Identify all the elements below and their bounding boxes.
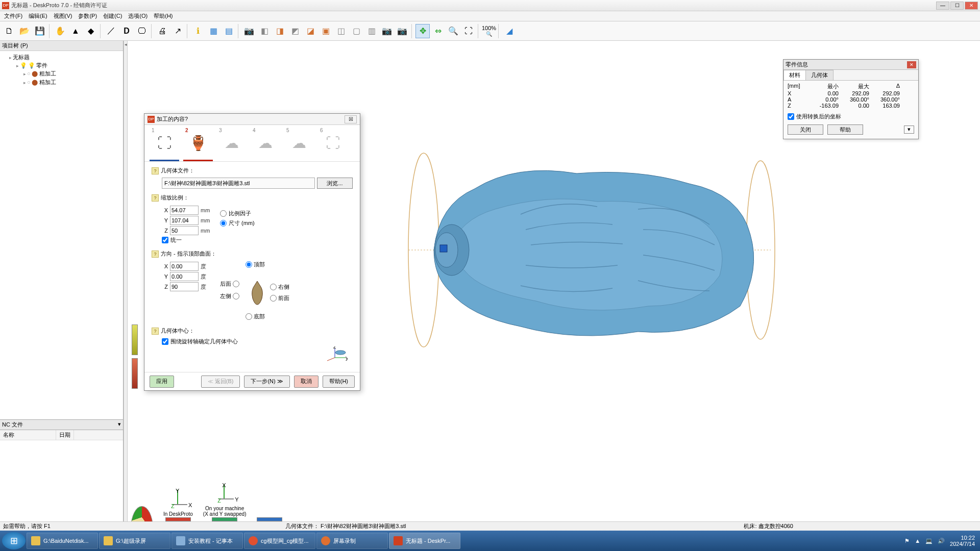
move-icon[interactable]: ✥ bbox=[415, 24, 430, 38]
partinfo-close-button[interactable]: 关闭 bbox=[788, 124, 823, 135]
path-icon[interactable]: ／ bbox=[104, 24, 118, 38]
face-bottom-radio[interactable] bbox=[246, 313, 252, 320]
step-2[interactable]: 2🏺 bbox=[183, 128, 213, 159]
wizard-close-icon[interactable]: ☒ bbox=[345, 115, 357, 123]
grid2-icon[interactable]: ▤ bbox=[222, 24, 236, 38]
tab-geometry[interactable]: 几何体 bbox=[805, 70, 834, 80]
box7-icon[interactable]: ▢ bbox=[349, 24, 363, 38]
tree-rough[interactable]: ○⬤ 粗加工 bbox=[16, 69, 121, 78]
taskbar-item[interactable]: G:\BaiduNetdisk... bbox=[27, 533, 98, 549]
monitor-icon[interactable]: 🖵 bbox=[135, 24, 149, 38]
partinfo-dropdown-icon[interactable]: ▾ bbox=[904, 126, 914, 134]
tool1-icon[interactable]: ▲ bbox=[68, 24, 83, 38]
step-6[interactable]: 6⛶ bbox=[318, 128, 348, 159]
face-left-radio[interactable] bbox=[233, 293, 239, 299]
open-icon[interactable]: 📂 bbox=[17, 24, 32, 38]
menu-edit[interactable]: 编辑(E) bbox=[26, 11, 51, 21]
partinfo-help-button[interactable]: 帮助 bbox=[827, 124, 863, 135]
taskbar-item[interactable]: G:\超级录屏 bbox=[99, 533, 170, 549]
partinfo-close-icon[interactable]: ✕ bbox=[907, 61, 916, 68]
orient-z-input[interactable] bbox=[170, 282, 199, 291]
camera2-icon[interactable]: 📷 bbox=[380, 24, 394, 38]
box6-icon[interactable]: ◫ bbox=[334, 24, 348, 38]
project-tree[interactable]: 无标题 💡💡零件 ○⬤ 粗加工 ○⬤ 精加工 bbox=[0, 51, 123, 419]
taskbar-item[interactable]: cg模型网_cg模型... bbox=[244, 533, 315, 549]
start-button[interactable]: ⊞ bbox=[2, 532, 26, 549]
eraser-icon[interactable]: ◢ bbox=[502, 24, 517, 38]
tree-part[interactable]: 💡💡零件 ○⬤ 粗加工 ○⬤ 精加工 bbox=[9, 61, 121, 87]
back-button[interactable]: ≪ 返回(B) bbox=[201, 375, 240, 388]
camera3-icon[interactable]: 📷 bbox=[395, 24, 409, 38]
taskbar-item-active[interactable]: 无标题 - DeskPr... bbox=[389, 533, 460, 549]
save-icon[interactable]: 💾 bbox=[33, 24, 47, 38]
tray-up-icon[interactable]: ▲ bbox=[915, 538, 920, 544]
scale-y-input[interactable] bbox=[170, 216, 199, 225]
box1-icon[interactable]: ◧ bbox=[257, 24, 272, 38]
menu-params[interactable]: 参数(P) bbox=[75, 11, 100, 21]
tool2-icon[interactable]: ◆ bbox=[84, 24, 98, 38]
dimension-radio[interactable] bbox=[220, 220, 227, 227]
step-5[interactable]: 5☁ bbox=[284, 128, 314, 159]
export-icon[interactable]: ↗ bbox=[170, 24, 185, 38]
grid-icon[interactable]: ▦ bbox=[206, 24, 220, 38]
tree-root[interactable]: 无标题 💡💡零件 ○⬤ 粗加工 ○⬤ 精加工 bbox=[2, 53, 121, 88]
step-3[interactable]: 3☁ bbox=[217, 128, 247, 159]
hand-icon[interactable]: ✋ bbox=[53, 24, 67, 38]
face-back-radio[interactable] bbox=[233, 281, 239, 287]
box3-icon[interactable]: ◩ bbox=[288, 24, 302, 38]
box5-icon[interactable]: ▣ bbox=[318, 24, 333, 38]
tray-clock[interactable]: 10:22 2024/7/14 bbox=[950, 535, 975, 547]
box2-icon[interactable]: ◨ bbox=[273, 24, 287, 38]
taskbar-item[interactable]: 屏幕录制 bbox=[316, 533, 388, 549]
orient-y-input[interactable] bbox=[170, 272, 199, 281]
ratio-factor-radio[interactable] bbox=[220, 210, 227, 217]
splitter[interactable]: ◂ bbox=[124, 41, 128, 532]
box8-icon[interactable]: ▥ bbox=[364, 24, 379, 38]
print-icon[interactable]: 🖨 bbox=[155, 24, 169, 38]
face-top-radio[interactable] bbox=[246, 261, 252, 268]
geofile-input[interactable] bbox=[162, 178, 315, 189]
wizard-titlebar[interactable]: DP 加工的内容? ☒ bbox=[144, 114, 360, 125]
part-info-panel[interactable]: 零件信息 ✕ 材料 几何体 [mm]最小最大Δ X0.00292.09292.0… bbox=[783, 59, 919, 139]
face-front-radio[interactable] bbox=[270, 295, 277, 302]
apply-button[interactable]: 应用 bbox=[150, 375, 174, 388]
wizard-dialog[interactable]: DP 加工的内容? ☒ 1⛶ 2🏺 3☁ 4☁ 5☁ 6⛶ ?几何体文件： 浏览… bbox=[144, 113, 360, 391]
help-icon[interactable]: ? bbox=[152, 251, 159, 258]
close-button[interactable]: ✕ bbox=[965, 2, 978, 10]
taskbar-item[interactable]: 安装教程 - 记事本 bbox=[172, 533, 243, 549]
use-transformed-checkbox[interactable] bbox=[788, 113, 794, 120]
tray-net-icon[interactable]: 💻 bbox=[925, 538, 933, 544]
scale-x-input[interactable] bbox=[170, 206, 199, 215]
uniform-checkbox[interactable] bbox=[162, 237, 168, 243]
system-tray[interactable]: ⚑ ▲ 💻 🔊 10:22 2024/7/14 bbox=[904, 535, 978, 547]
help-icon[interactable]: ? bbox=[152, 167, 159, 174]
orient-x-input[interactable] bbox=[170, 262, 199, 271]
help-icon[interactable]: ? bbox=[152, 328, 159, 335]
help-icon[interactable]: ? bbox=[152, 194, 159, 202]
cancel-button[interactable]: 取消 bbox=[294, 375, 318, 388]
scale-z-input[interactable] bbox=[170, 226, 199, 235]
letter-d-icon[interactable]: D bbox=[119, 24, 134, 38]
tray-vol-icon[interactable]: 🔊 bbox=[938, 538, 945, 544]
box4-icon[interactable]: ◪ bbox=[303, 24, 317, 38]
menu-view[interactable]: 视图(V) bbox=[51, 11, 76, 21]
zoom-window-icon[interactable]: 🔍 bbox=[446, 24, 460, 38]
tree-finish[interactable]: ○⬤ 精加工 bbox=[16, 78, 121, 87]
tray-flag-icon[interactable]: ⚑ bbox=[904, 538, 910, 544]
menu-help[interactable]: 帮助(H) bbox=[151, 11, 176, 21]
menu-options[interactable]: 选项(O) bbox=[125, 11, 151, 21]
help-button[interactable]: 帮助(H) bbox=[323, 375, 355, 388]
tab-material[interactable]: 材料 bbox=[783, 70, 806, 80]
menu-file[interactable]: 文件(F) bbox=[1, 11, 26, 21]
maximize-button[interactable]: ☐ bbox=[950, 2, 964, 10]
browse-button[interactable]: 浏览... bbox=[317, 178, 353, 189]
nc-col-name[interactable]: 名称 bbox=[0, 430, 56, 440]
minimize-button[interactable]: — bbox=[936, 2, 949, 10]
zoom-fit-icon[interactable]: ⛶ bbox=[461, 24, 476, 38]
face-right-radio[interactable] bbox=[270, 284, 277, 290]
center-checkbox[interactable] bbox=[162, 338, 168, 345]
menu-create[interactable]: 创建(C) bbox=[100, 11, 125, 21]
next-button[interactable]: 下一步(N) ≫ bbox=[244, 375, 289, 388]
nc-col-date[interactable]: 日期 bbox=[56, 430, 74, 440]
step-4[interactable]: 4☁ bbox=[251, 128, 280, 159]
